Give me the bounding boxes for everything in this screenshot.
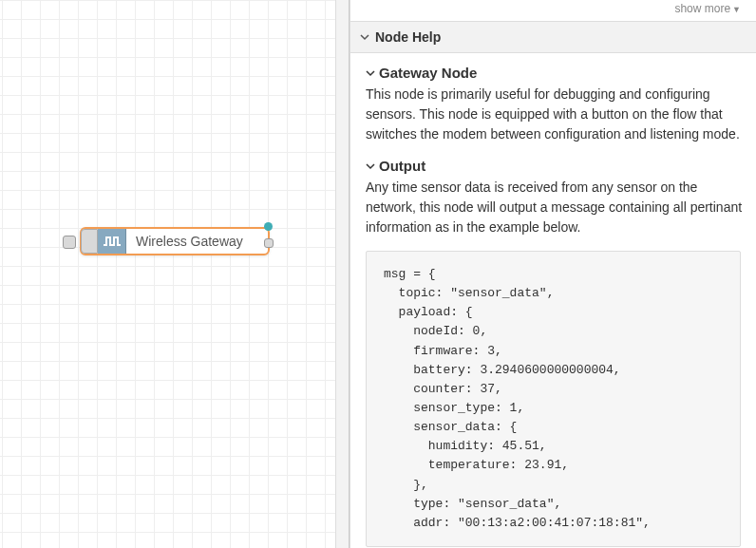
chevron-down-icon (366, 65, 375, 81)
node-status-dot (264, 222, 273, 231)
gateway-heading[interactable]: Gateway Node (366, 65, 745, 81)
output-heading[interactable]: Output (366, 158, 745, 174)
gateway-node[interactable]: Wireless Gateway (80, 227, 270, 255)
help-content: Gateway Node This node is primarily usef… (366, 53, 750, 548)
node-output-port[interactable] (264, 238, 274, 248)
chevron-down-icon (360, 29, 369, 45)
help-sidebar: show more▼ Node Help Gateway Node This n… (350, 0, 756, 548)
gateway-body: This node is primarily useful for debugg… (366, 85, 745, 144)
gateway-title-text: Gateway Node (379, 65, 477, 81)
wireless-icon (98, 229, 126, 254)
canvas-scrollbar[interactable] (335, 0, 349, 548)
code-example: msg = { topic: "sensor_data", payload: {… (366, 251, 741, 547)
node-help-header[interactable]: Node Help (350, 21, 756, 53)
section-title: Node Help (375, 29, 441, 45)
node-toggle-button[interactable] (63, 236, 76, 249)
caret-down-icon: ▼ (732, 5, 741, 14)
show-more-label: show more (674, 2, 730, 15)
node-input-port[interactable] (81, 229, 98, 254)
show-more-link[interactable]: show more▼ (366, 0, 750, 21)
flow-canvas[interactable]: Wireless Gateway (0, 0, 350, 548)
chevron-down-icon (366, 158, 375, 174)
output-title-text: Output (379, 158, 425, 174)
output-body: Any time sensor data is received from an… (366, 178, 745, 237)
node-label: Wireless Gateway (126, 234, 243, 249)
